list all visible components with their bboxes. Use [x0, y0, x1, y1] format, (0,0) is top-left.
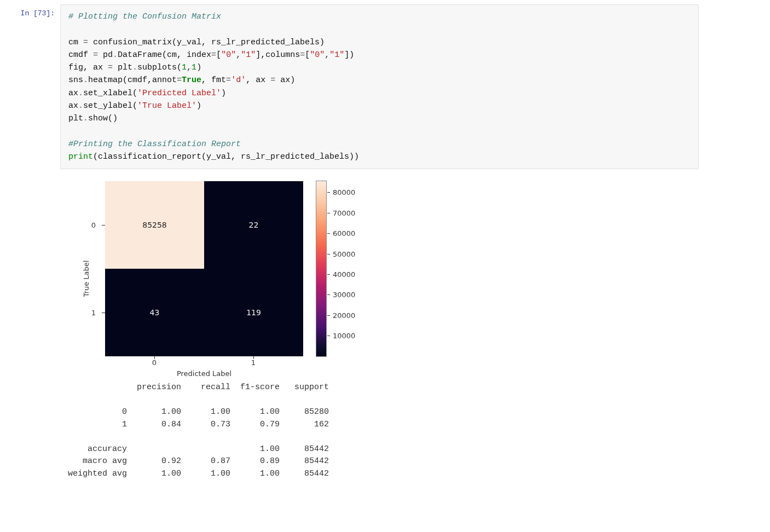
colorbar-tick: 60000: [333, 229, 355, 238]
y-tick-1: 1: [86, 309, 101, 317]
report-header: precision recall f1-score support: [68, 383, 329, 392]
y-axis-label: True Label: [82, 261, 90, 297]
colorbar-tick: 40000: [333, 270, 355, 279]
heatmap-cell-0-0: 85258: [105, 181, 204, 269]
colorbar-tick: 50000: [333, 250, 355, 258]
colorbar-tick: 80000: [333, 188, 355, 196]
heatmap-grid: 85258 22 43 119: [105, 181, 303, 356]
code-comment: #Printing the Classification Report: [68, 140, 241, 149]
colorbar: [316, 181, 326, 356]
output-cell: True Label 0 1 85258 22 43 119 0 1 Predi…: [0, 176, 770, 480]
heatmap-cell-1-0: 43: [105, 269, 204, 356]
x-tick-0: 0: [146, 358, 163, 367]
confusion-matrix-heatmap: True Label 0 1 85258 22 43 119 0 1 Predi…: [68, 180, 374, 377]
notebook: In [73]: # Plotting the Confusion Matrix…: [0, 0, 770, 484]
report-row-class0: 0 1.00 1.00 1.00 85280: [68, 407, 329, 417]
colorbar-tick: 10000: [333, 332, 355, 340]
input-prompt: In [73]:: [0, 4, 60, 19]
colorbar-tick: 20000: [333, 311, 355, 320]
code-cell: In [73]: # Plotting the Confusion Matrix…: [0, 4, 770, 169]
classification-report: precision recall f1-score support 0 1.00…: [68, 381, 374, 480]
x-tick-1: 1: [245, 358, 262, 367]
x-axis-label: Predicted Label: [177, 369, 231, 378]
report-row-weighted-avg: weighted avg 1.00 1.00 1.00 85442: [68, 469, 329, 478]
code-input[interactable]: # Plotting the Confusion Matrix cm = con…: [60, 4, 699, 169]
colorbar-tick: 30000: [333, 291, 355, 299]
report-row-accuracy: accuracy 1.00 85442: [68, 444, 329, 454]
report-row-class1: 1 0.84 0.73 0.79 162: [68, 420, 329, 429]
heatmap-cell-0-1: 22: [204, 181, 303, 269]
report-row-macro-avg: macro avg 0.92 0.87 0.89 85442: [68, 456, 329, 466]
heatmap-cell-1-1: 119: [204, 269, 303, 356]
output-area: True Label 0 1 85258 22 43 119 0 1 Predi…: [60, 176, 374, 480]
code-comment: # Plotting the Confusion Matrix: [68, 12, 221, 21]
y-tick-0: 0: [86, 221, 101, 229]
colorbar-tick: 70000: [333, 209, 355, 217]
